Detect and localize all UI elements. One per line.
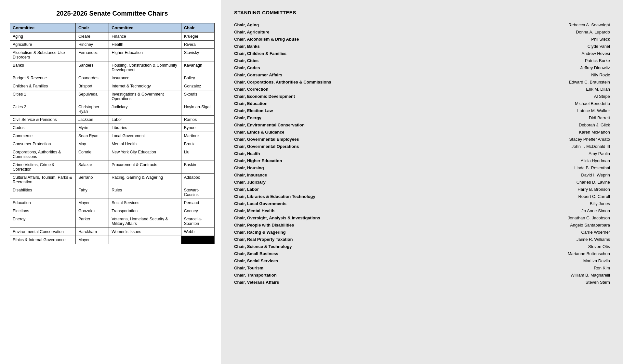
standing-row: Chair, Higher EducationAlicia Hyndman [234, 157, 610, 164]
table-cell: Liu [181, 148, 214, 161]
table-cell: Women's Issues [109, 228, 181, 236]
table-cell: Baskin [181, 161, 214, 174]
table-cell: Sanders [75, 61, 109, 74]
standing-row: Chair, Children & FamiliesAndrew Hevesi [234, 50, 610, 57]
table-cell: Gounardes [75, 74, 109, 82]
standing-row: Chair, Racing & WageringCarrie Woerner [234, 228, 610, 236]
chair-role: Chair, Insurance [234, 171, 441, 178]
standing-row: Chair, Election LawLatrice M. Walker [234, 107, 610, 114]
table-cell: Transportation [109, 207, 181, 215]
standing-row: Chair, LaborHarry B. Bronson [234, 186, 610, 193]
chair-role: Chair, Economic Development [234, 93, 441, 100]
chair-role: Chair, Corporations, Authorities & Commi… [234, 78, 441, 85]
table-row: AgricultureHincheyHealthRivera [10, 41, 215, 49]
table-row: EducationMayerSocial ServicesPersaud [10, 199, 215, 207]
chair-role: Chair, Science & Technology [234, 243, 441, 250]
table-cell: Health [109, 41, 181, 49]
table-cell: Local Government [109, 132, 181, 140]
chair-name: Ron Kim [441, 264, 610, 271]
table-cell: Cultural Affairs, Tourism, Parks & Recre… [10, 174, 76, 186]
standing-row: Chair, Veterans AffairsSteven Stern [234, 279, 610, 286]
chair-name: Didi Barrett [441, 114, 610, 121]
chair-name: Jeffrey Dinowitz [441, 64, 610, 71]
chair-name: Nily Rozic [441, 71, 610, 78]
standing-row: Chair, Libraries & Education TechnologyR… [234, 193, 610, 200]
standing-row: Chair, Mental HealthJo Anne Simon [234, 207, 610, 214]
table-cell: Higher Education [109, 49, 181, 61]
table-row: Civil Service & PensionsJacksonLaborRamo… [10, 116, 215, 124]
chair-name: Karen McMahon [441, 128, 610, 136]
standing-row: Chair, Economic DevelopmentAl Stirpe [234, 93, 610, 100]
chair-name: Maritza Davila [441, 257, 610, 264]
standing-row: Chair, BanksClyde Vanel [234, 43, 610, 50]
table-cell: Webb [181, 228, 214, 236]
table-cell: Codes [10, 124, 76, 132]
table-row: Cultural Affairs, Tourism, Parks & Recre… [10, 174, 215, 186]
chair-name: John T. McDonald III [441, 143, 610, 150]
standing-row: Chair, CorrectionErik M. Dilan [234, 85, 610, 93]
chair-name: Andrew Hevesi [441, 50, 610, 57]
table-row: DisabilitiesFahyRulesStewart-Cousins [10, 186, 215, 199]
column-header: Committee [10, 23, 76, 32]
standing-row: Chair, HousingLinda B. Rosenthal [234, 164, 610, 171]
standing-row: Chair, Consumer AffairsNily Rozic [234, 71, 610, 78]
table-cell: Fernandez [75, 49, 109, 61]
chair-name: Jo Anne Simon [441, 207, 610, 214]
table-cell: Brouk [181, 140, 214, 148]
table-cell: Christopher Ryan [75, 103, 109, 116]
standing-row: Chair, Real Property TaxationJaime R. Wi… [234, 236, 610, 243]
standing-row: Chair, CodesJeffrey Dinowitz [234, 64, 610, 71]
table-row: BanksSandersHousing, Construction & Comm… [10, 61, 215, 74]
table-cell: Rivera [181, 41, 214, 49]
table-cell: Sean Ryan [75, 132, 109, 140]
standing-row: Chair, Oversight, Analysis & Investigati… [234, 214, 610, 221]
chair-role: Chair, Judiciary [234, 178, 441, 186]
table-cell: Bailey [181, 74, 214, 82]
table-cell: Consumer Protection [10, 140, 76, 148]
chair-role: Chair, Local Governments [234, 200, 441, 207]
chair-role: Chair, Cities [234, 57, 441, 64]
table-row: CodesMyrieLibrariesBynoe [10, 124, 215, 132]
chair-name: Clyde Vanel [441, 43, 610, 50]
table-cell: Children & Families [10, 82, 76, 90]
table-cell: Commerce [10, 132, 76, 140]
standing-row: Chair, AgingRebecca A. Seawright [234, 21, 610, 28]
table-row: CommerceSean RyanLocal GovernmentMartine… [10, 132, 215, 140]
table-cell: Cooney [181, 207, 214, 215]
table-cell: Budget & Revenue [10, 74, 76, 82]
table-cell: Procurement & Contracts [109, 161, 181, 174]
table-row: Crime Victims, Crime & CorrectionSalazar… [10, 161, 215, 174]
chair-role: Chair, Consumer Affairs [234, 71, 441, 78]
chair-name: Marianne Buttenschon [441, 250, 610, 257]
chair-name: William B. Magnarelli [441, 271, 610, 279]
chair-role: Chair, Transportation [234, 271, 441, 279]
table-cell: Housing, Construction & Community Develo… [109, 61, 181, 74]
chair-role: Chair, Higher Education [234, 157, 441, 164]
chair-name: Deborah J. Glick [441, 121, 610, 128]
table-cell: Investigations & Government Operations [109, 90, 181, 103]
chair-role: Chair, Racing & Wagering [234, 228, 441, 236]
standing-row: Chair, Corporations, Authorities & Commi… [234, 78, 610, 85]
table-cell: Alcoholism & Substance Use Disorders [10, 49, 76, 61]
chair-role: Chair, Social Services [234, 257, 441, 264]
chair-name: Michael Benedetto [441, 100, 610, 107]
table-cell: Social Services [109, 199, 181, 207]
table-cell: Mayer [75, 199, 109, 207]
chair-name: Steven Otis [441, 243, 610, 250]
table-row: Cities 2Christopher RyanJudiciaryHoylman… [10, 103, 215, 116]
chair-name: Linda B. Rosenthal [441, 164, 610, 171]
chair-role: Chair, Housing [234, 164, 441, 171]
standing-row: Chair, CitiesPatrick Burke [234, 57, 610, 64]
table-cell: Banks [10, 61, 76, 74]
chair-role: Chair, People with Disabilities [234, 221, 441, 228]
table-row: Alcoholism & Substance Use DisordersFern… [10, 49, 215, 61]
table-cell: Hoylman-Sigal [181, 103, 214, 116]
table-row: Ethics & Internal GovernanceMayer [10, 236, 215, 244]
table-cell: Gonzalez [181, 82, 214, 90]
chair-role: Chair, Oversight, Analysis & Investigati… [234, 214, 441, 221]
table-cell: Labor [109, 116, 181, 124]
chair-name: David I. Weprin [441, 171, 610, 178]
standing-row: Chair, Governmental OperationsJohn T. Mc… [234, 143, 610, 150]
standing-row: Chair, People with DisabilitiesAngelo Sa… [234, 221, 610, 228]
chair-role: Chair, Election Law [234, 107, 441, 114]
